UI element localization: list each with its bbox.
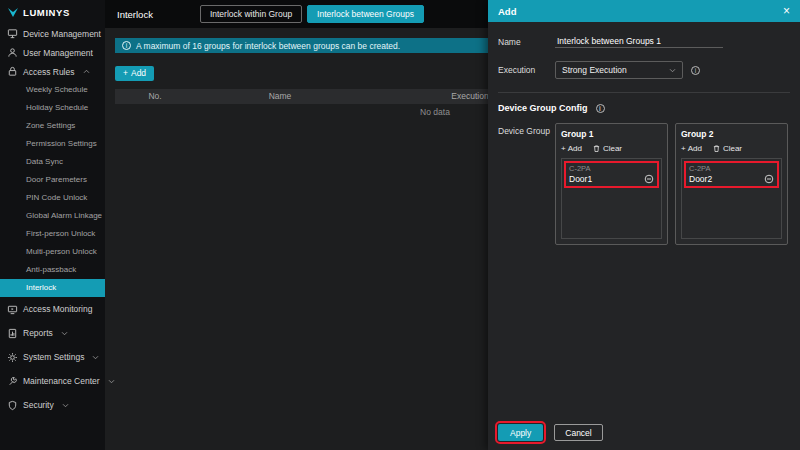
sidebar-item-maintenance-center[interactable]: Maintenance Center (0, 369, 105, 393)
access-monitoring-icon (7, 304, 18, 315)
system-settings-icon (7, 352, 18, 363)
apply-button[interactable]: Apply (498, 424, 543, 441)
sidebar-item-label: User Management (23, 48, 93, 58)
door-name: Door1 (569, 174, 592, 184)
group-device-list: C-2PA Door2 (681, 158, 782, 239)
sidebar-item-holiday-schedule[interactable]: Holiday Schedule (0, 99, 105, 117)
group-title: Group 1 (561, 129, 662, 139)
sidebar-item-data-sync[interactable]: Data Sync (0, 153, 105, 171)
sidebar: LUMINYS Device Management User Managemen… (0, 0, 105, 450)
logo-text: LUMINYS (23, 7, 70, 18)
column-header-name: Name (195, 91, 365, 101)
app-root: LUMINYS Device Management User Managemen… (0, 0, 800, 450)
device-group-row: Device Group Group 1 + Add Clear (498, 123, 790, 245)
device-name: C-2PA (569, 164, 654, 173)
config-info-icon: i (596, 104, 605, 113)
sidebar-item-zone-settings[interactable]: Zone Settings (0, 117, 105, 135)
device-group-config-heading: Device Group Config i (498, 103, 790, 113)
sidebar-item-label: Security (23, 400, 54, 410)
sidebar-item-multi-person-unlock[interactable]: Multi-person Unlock (0, 243, 105, 261)
group-cards: Group 1 + Add Clear (555, 123, 788, 245)
sidebar-item-label: Access Rules (23, 67, 75, 77)
group-card-2: Group 2 + Add Clear (675, 123, 788, 245)
group-clear-button[interactable]: Clear (712, 144, 742, 153)
chevron-down-icon (92, 355, 99, 360)
plus-icon: + (561, 144, 566, 153)
panel-footer: Apply Cancel (488, 424, 800, 450)
group-add-button[interactable]: + Add (681, 144, 702, 153)
sidebar-item-label: Access Monitoring (23, 304, 92, 314)
sidebar-item-label: Maintenance Center (23, 376, 100, 386)
sidebar-item-permission-settings[interactable]: Permission Settings (0, 135, 105, 153)
name-label: Name (498, 37, 555, 47)
logo: LUMINYS (0, 0, 105, 24)
chevron-down-icon (62, 403, 69, 408)
add-button-label: Add (131, 68, 146, 78)
device-group-config-label: Device Group Config (498, 103, 588, 113)
security-shield-icon (7, 400, 18, 411)
reports-icon (7, 328, 18, 339)
maintenance-center-icon (7, 376, 18, 387)
name-input[interactable] (555, 35, 723, 48)
execution-label: Execution (498, 65, 555, 75)
sidebar-item-interlock[interactable]: Interlock (0, 279, 105, 297)
device-group-item-highlight: C-2PA Door2 (684, 161, 779, 188)
device-group-label: Device Group (498, 123, 555, 245)
sidebar-item-reports[interactable]: Reports (0, 321, 105, 345)
sidebar-item-weekly-schedule[interactable]: Weekly Schedule (0, 81, 105, 99)
sidebar-item-user-management[interactable]: User Management (0, 43, 105, 62)
sidebar-item-pin-code-unlock[interactable]: PIN Code Unlock (0, 189, 105, 207)
plus-icon: + (681, 144, 686, 153)
divider (498, 92, 790, 93)
sidebar-item-global-alarm-linkage[interactable]: Global Alarm Linkage (0, 207, 105, 225)
sidebar-item-first-person-unlock[interactable]: First-person Unlock (0, 225, 105, 243)
panel-body: Name Execution Strong Execution i Device… (488, 22, 800, 424)
add-panel: Add × Name Execution Strong Execution i … (488, 0, 800, 450)
luminys-logo-icon (7, 6, 19, 18)
group-clear-button[interactable]: Clear (592, 144, 622, 153)
trash-icon (712, 144, 721, 153)
panel-header: Add × (488, 0, 800, 22)
device-name: C-2PA (689, 164, 774, 173)
chevron-up-icon (83, 69, 90, 74)
cancel-button[interactable]: Cancel (554, 424, 602, 441)
group-add-button[interactable]: + Add (561, 144, 582, 153)
access-rules-icon (7, 66, 18, 77)
sidebar-item-label: Device Management (23, 29, 101, 39)
sidebar-item-security[interactable]: Security (0, 393, 105, 417)
device-group-item-highlight: C-2PA Door1 (564, 161, 659, 188)
remove-icon[interactable] (764, 174, 774, 184)
group-title: Group 2 (681, 129, 782, 139)
tab-interlock-within-group[interactable]: Interlock within Group (200, 5, 302, 23)
sidebar-item-label: System Settings (23, 352, 84, 362)
group-device-list: C-2PA Door1 (561, 158, 662, 239)
sidebar-item-access-monitoring[interactable]: Access Monitoring (0, 297, 105, 321)
door-name: Door2 (689, 174, 712, 184)
sidebar-item-device-management[interactable]: Device Management (0, 24, 105, 43)
chevron-down-icon (669, 68, 676, 73)
page-title: Interlock (117, 9, 153, 20)
execution-selected-value: Strong Execution (562, 65, 627, 75)
sidebar-item-system-settings[interactable]: System Settings (0, 345, 105, 369)
execution-select[interactable]: Strong Execution (555, 61, 683, 79)
chevron-down-icon (61, 331, 68, 336)
close-icon[interactable]: × (783, 5, 790, 17)
plus-icon: + (123, 68, 128, 78)
sidebar-item-label: Reports (23, 328, 53, 338)
add-button[interactable]: + Add (115, 66, 154, 81)
trash-icon (592, 144, 601, 153)
tab-interlock-between-groups[interactable]: Interlock between Groups (307, 5, 424, 23)
panel-title: Add (498, 6, 516, 17)
info-icon: i (122, 41, 131, 50)
execution-info-icon: i (691, 66, 700, 75)
user-management-icon (7, 47, 18, 58)
remove-icon[interactable] (644, 174, 654, 184)
sidebar-item-anti-passback[interactable]: Anti-passback (0, 261, 105, 279)
device-management-icon (7, 28, 18, 39)
group-card-1: Group 1 + Add Clear (555, 123, 668, 245)
sidebar-item-access-rules[interactable]: Access Rules (0, 62, 105, 81)
sidebar-item-door-parameters[interactable]: Door Paremeters (0, 171, 105, 189)
chevron-down-icon (108, 379, 115, 384)
column-header-no: No. (115, 91, 195, 101)
info-banner-text: A maximum of 16 groups for interlock bet… (136, 41, 400, 51)
